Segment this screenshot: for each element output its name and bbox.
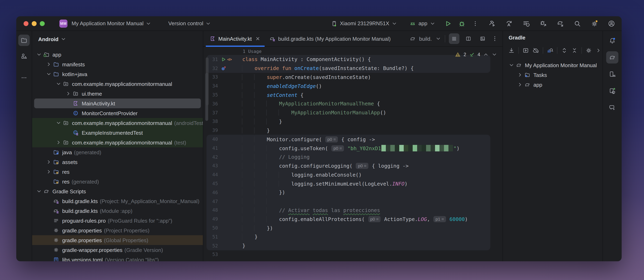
- chevron-down-icon[interactable]: [55, 81, 62, 87]
- code-line-37[interactable]: 37 MyApplicationMonitorManualApp(): [206, 108, 490, 117]
- inspection-widget[interactable]: 2 4: [455, 52, 497, 57]
- close-window-button[interactable]: [24, 21, 28, 26]
- project-title-menu[interactable]: My Application Monitor Manual: [72, 20, 151, 27]
- tree-item-assets[interactable]: assets: [32, 157, 203, 167]
- code-line-42[interactable]: 42 // Logging: [206, 153, 490, 162]
- maximize-window-button[interactable]: [40, 21, 45, 26]
- chevron-right-icon[interactable]: [516, 72, 523, 78]
- tree-item-monitorcontentprovider[interactable]: CMonitorContentProvider: [32, 108, 203, 118]
- code-line-41[interactable]: 41 config.useToken( p0 = "bh_Y02nxD1"): [206, 144, 490, 153]
- gradle-tool-button[interactable]: [606, 51, 618, 64]
- project-tool-button[interactable]: [18, 35, 30, 46]
- tree-item-kotlin-java[interactable]: kotlin+java: [32, 69, 203, 79]
- code-line-35[interactable]: 35 setContent {: [206, 90, 490, 99]
- tree-item-proguard-rules-pro[interactable]: proguard-rules.pro (ProGuard Rules for "…: [32, 216, 203, 225]
- analyze-dependencies-button[interactable]: [547, 47, 553, 54]
- code-line-48[interactable]: 48 // Activar todas las protecciones: [206, 206, 490, 215]
- tree-item-build-gradle-kts[interactable]: build.gradle.kts (Project: My_Applicatio…: [32, 196, 203, 206]
- chevron-right-icon[interactable]: [65, 91, 72, 96]
- tree-item-exampleinstrumentedtest[interactable]: CExampleInstrumentedTest: [32, 128, 203, 138]
- run-task-button[interactable]: [522, 47, 529, 54]
- resource-manager-tool-button[interactable]: [18, 51, 30, 62]
- code-line-43[interactable]: 43 config.configureLogging( p0 = { loggi…: [206, 161, 490, 170]
- code-line-31[interactable]: 31</>class MainActivity : ComponentActiv…: [206, 55, 490, 64]
- build-project-button[interactable]: [488, 20, 496, 27]
- code-line-45[interactable]: 45 logging.setMinimumLevel(LogLevel.INFO…: [206, 179, 490, 188]
- code-line-39[interactable]: 39 }: [206, 126, 490, 135]
- gradle-item-tasks[interactable]: Tasks: [503, 70, 602, 80]
- debug-button[interactable]: [458, 20, 466, 27]
- more-run-actions-button[interactable]: [472, 20, 478, 27]
- sync-gradle-button[interactable]: [508, 47, 515, 54]
- more-tool-windows-button[interactable]: [18, 72, 30, 83]
- code-editor[interactable]: 1 Usage 31</>class MainActivity : Compon…: [203, 47, 502, 261]
- tab-build-gradle[interactable]: build.gradle.kts (My Application Monitor…: [265, 31, 395, 46]
- tree-item-gradle-properties[interactable]: gradle.properties (Project Properties): [32, 225, 203, 235]
- device-selector[interactable]: Xiaomi 23129RN51X: [329, 20, 399, 27]
- chevron-right-icon[interactable]: [45, 169, 52, 175]
- code-line-36[interactable]: 36 MyApplicationMonitorManualTheme {: [206, 99, 490, 108]
- tree-item-gradle-wrapper-properties[interactable]: gradle-wrapper.properties (Gradle Versio…: [32, 245, 203, 255]
- attach-debugger-button[interactable]: [540, 20, 547, 27]
- code-line-49[interactable]: 49 config.enableAllProtections( p0 = Act…: [206, 215, 490, 224]
- gradle-item-my-application-monitor-manual[interactable]: My Application Monitor Manual: [503, 60, 602, 70]
- tree-item-ui-theme[interactable]: ui.theme: [32, 89, 203, 99]
- code-line-32[interactable]: 32 override fun onCreate(savedInstanceSt…: [206, 64, 490, 73]
- code-line-50[interactable]: 50 }): [206, 223, 490, 232]
- tree-item-build-gradle-kts[interactable]: build.gradle.kts (Module :app): [32, 206, 203, 216]
- notifications-tool-button[interactable]: [606, 35, 618, 47]
- minimize-window-button[interactable]: [32, 21, 36, 26]
- tree-item-res[interactable]: res: [32, 167, 203, 177]
- tree-item-gradle-properties[interactable]: gradle.properties (Global Properties): [32, 235, 203, 245]
- code-line-40[interactable]: 40 Monitor.configure( p0 = { config ->: [206, 135, 490, 144]
- chevron-right-icon[interactable]: [596, 48, 601, 53]
- code-line-44[interactable]: 44 logging.enableConsole(): [206, 170, 490, 179]
- compose-source-gutter-icon[interactable]: </>: [227, 57, 232, 62]
- tree-item-com-example-myapplicationmonitormanual[interactable]: com.example.myapplicationmonitormanual: [32, 79, 203, 89]
- chevron-right-icon[interactable]: [45, 62, 52, 67]
- tab-mainactivity[interactable]: MainActivity.kt: [205, 31, 265, 46]
- project-view-selector[interactable]: Android: [32, 34, 203, 44]
- code-line-51[interactable]: 51 }: [206, 232, 490, 241]
- tree-item-java[interactable]: java (generated): [32, 147, 203, 157]
- account-avatar[interactable]: [608, 20, 615, 27]
- tree-item-mainactivity-kt[interactable]: MainActivity.kt: [32, 99, 203, 108]
- settings-gear-icon[interactable]: [591, 20, 598, 27]
- expand-all-button[interactable]: [561, 47, 568, 54]
- code-line-53[interactable]: 53: [206, 250, 490, 259]
- chevron-down-icon[interactable]: [436, 36, 441, 42]
- tree-item-com-example-myapplicationmonitormanual[interactable]: com.example.myapplicationmonitormanual (…: [32, 138, 203, 147]
- code-line-52[interactable]: 52}: [206, 241, 490, 250]
- chevron-down-icon[interactable]: [45, 71, 52, 77]
- next-issue-button[interactable]: [492, 52, 497, 57]
- scrollbar-thumb[interactable]: [205, 73, 208, 121]
- chevron-down-icon[interactable]: [35, 188, 42, 194]
- split-editor-button[interactable]: [463, 33, 474, 44]
- code-line-34[interactable]: 34 enableEdgeToEdge(): [206, 82, 490, 91]
- list-view-button[interactable]: [449, 33, 460, 44]
- chevron-right-icon[interactable]: [516, 82, 523, 88]
- editor-run-config[interactable]: build.: [419, 36, 432, 42]
- version-control-menu[interactable]: Version control: [168, 20, 211, 27]
- code-line-46[interactable]: 46 }): [206, 188, 490, 197]
- tree-item-manifests[interactable]: manifests: [32, 59, 203, 69]
- collapse-all-button[interactable]: [571, 47, 578, 54]
- run-button[interactable]: [444, 20, 452, 27]
- override-gutter-icon[interactable]: [221, 65, 226, 71]
- code-line-47[interactable]: 47: [206, 197, 490, 206]
- running-devices-tool-button[interactable]: [606, 85, 618, 97]
- tree-item-com-example-myapplicationmonitormanual[interactable]: com.example.myapplicationmonitormanual (…: [32, 118, 203, 128]
- code-line-38[interactable]: 38 }: [206, 117, 490, 126]
- chevron-down-icon[interactable]: [508, 62, 515, 68]
- chevron-right-icon[interactable]: [45, 159, 52, 165]
- gradle-item-app[interactable]: app: [503, 80, 602, 90]
- search-everywhere-button[interactable]: [574, 20, 581, 27]
- chevron-down-icon[interactable]: [55, 120, 62, 126]
- device-manager-tool-button[interactable]: [606, 68, 618, 80]
- tree-item-libs-versions-toml[interactable]: libs.versions.toml (Version Catalog "lib…: [32, 255, 203, 261]
- preview-button[interactable]: [477, 33, 488, 44]
- apply-changes-button[interactable]: [505, 20, 513, 27]
- chevron-down-icon[interactable]: [35, 52, 42, 57]
- code-lines[interactable]: 31</>class MainActivity : ComponentActiv…: [203, 55, 502, 259]
- build-analyzer-button[interactable]: [522, 20, 530, 27]
